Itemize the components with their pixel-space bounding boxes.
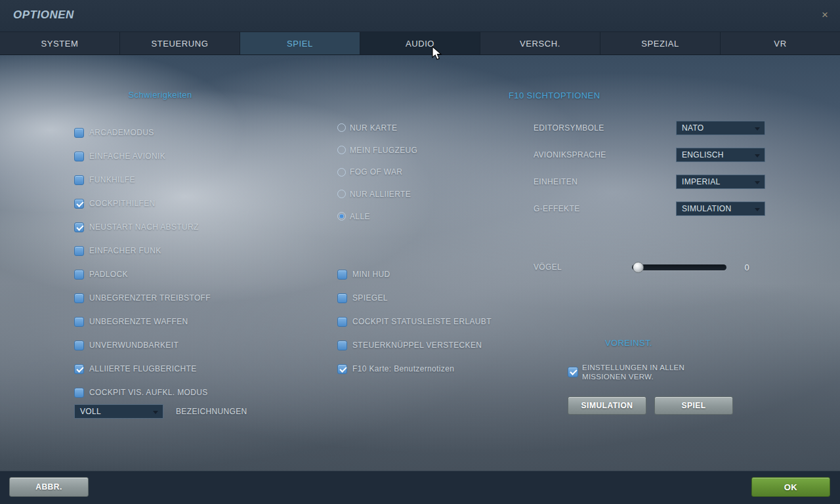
apply-to-all-missions-checkbox-row[interactable]: EINSTELLUNGEN IN ALLEN MISSIONEN VERW.: [568, 363, 684, 381]
view-options-list: MINI HUD SPIEGEL COCKPIT STATUSLEISTE ER…: [337, 262, 492, 381]
checkbox-row-alliierte-flugberichte[interactable]: ALLIIERTE FLUGBERICHTE: [74, 357, 211, 381]
g-effekte-dropdown[interactable]: SIMULATION: [676, 201, 765, 216]
tab-spezial[interactable]: SPEZIAL: [600, 32, 720, 54]
checkbox[interactable]: [74, 222, 84, 232]
radio-row-nur-karte[interactable]: NUR KARTE: [337, 117, 417, 139]
checkbox-label: UNBEGRENZTE WAFFEN: [89, 317, 188, 326]
checkbox-row-funkhilfe[interactable]: FUNKHILFE: [74, 168, 211, 192]
checkbox[interactable]: [337, 341, 347, 350]
checkbox-label: EINSTELLUNGEN IN ALLEN MISSIONEN VERW.: [582, 363, 684, 381]
tab-vr[interactable]: VR: [720, 32, 840, 54]
checkbox-row-spiegel[interactable]: SPIEGEL: [337, 286, 492, 310]
checkbox-label-line1: EINSTELLUNGEN IN ALLEN: [582, 364, 684, 371]
checkbox-label-line2: MISSIONEN VERW.: [582, 373, 654, 381]
labels-dropdown[interactable]: VOLL: [74, 404, 163, 419]
checkbox-row-cockpithilfen[interactable]: COCKPITHILFEN: [74, 192, 211, 215]
cancel-button[interactable]: ABBR.: [9, 477, 89, 497]
birds-row: VÖGEL 0: [534, 260, 762, 274]
radio-label: NUR ALLIIERTE: [350, 190, 411, 199]
checkbox-label: UNBEGRENZTER TREIBSTOFF: [89, 293, 211, 303]
radio-row-alle[interactable]: ALLE: [337, 205, 417, 228]
dropdown-value: SIMULATION: [682, 204, 731, 213]
footer-bar: ABBR. OK: [0, 471, 840, 504]
slider-track[interactable]: [632, 264, 726, 270]
checkbox[interactable]: [74, 341, 84, 350]
window-title: OPTIONEN: [13, 9, 74, 22]
select-label: EINHEITEN: [534, 177, 676, 186]
checkbox[interactable]: [337, 364, 347, 374]
checkbox-row-steuerknueppel-verstecken[interactable]: STEUERKNÜPPEL VERSTECKEN: [337, 333, 492, 357]
radio-button[interactable]: [337, 168, 346, 177]
editorsymbole-dropdown[interactable]: NATO: [676, 121, 765, 135]
select-label: G-EFFEKTE: [534, 204, 676, 213]
ok-button[interactable]: OK: [751, 477, 830, 497]
checkbox-row-einfache-avionik[interactable]: EINFACHE AVIONIK: [74, 144, 211, 168]
select-row-avioniksprache: AVIONIKSPRACHE ENGLISCH: [534, 148, 765, 162]
birds-slider[interactable]: [632, 260, 726, 274]
checkbox-row-einfacher-funk[interactable]: EINFACHER FUNK: [74, 239, 211, 262]
checkbox-row-cockpit-vis-aufkl-modus[interactable]: COCKPIT VIS. AUFKL. MODUS: [74, 381, 211, 404]
close-icon[interactable]: ×: [818, 9, 831, 22]
checkbox[interactable]: [74, 152, 84, 161]
checkbox[interactable]: [74, 364, 84, 374]
checkbox-row-f10-karte-benutzernotizen[interactable]: F10 Karte: Benutzernotizen: [337, 357, 492, 381]
checkbox[interactable]: [337, 293, 347, 303]
tab-versch[interactable]: VERSCH.: [480, 32, 600, 54]
checkbox-row-unverwundbarkeit[interactable]: UNVERWUNDBARKEIT: [74, 333, 211, 357]
difficulties-heading: Schwierigkeiten: [74, 90, 246, 100]
checkbox-label: STEUERKNÜPPEL VERSTECKEN: [352, 341, 482, 350]
checkbox-label: COCKPIT VIS. AUFKL. MODUS: [89, 388, 208, 397]
checkbox-row-neustart-nach-absturz[interactable]: NEUSTART NACH ABSTURZ: [74, 215, 211, 239]
slider-knob[interactable]: [633, 262, 644, 273]
labels-dropdown-row: VOLL BEZEICHNUNGEN: [74, 404, 247, 419]
checkbox-label: UNVERWUNDBARKEIT: [89, 341, 178, 350]
tab-steuerung[interactable]: STEUERUNG: [119, 32, 240, 54]
checkbox[interactable]: [74, 388, 84, 398]
checkbox[interactable]: [337, 317, 347, 327]
tab-system[interactable]: SYSTEM: [0, 32, 119, 54]
checkbox[interactable]: [74, 128, 84, 138]
select-label: AVIONIKSPRACHE: [534, 150, 676, 159]
checkbox[interactable]: [74, 270, 84, 280]
checkbox-row-arcademodus[interactable]: ARCADEMODUS: [74, 121, 211, 144]
labels-dropdown-value: VOLL: [80, 407, 101, 416]
select-row-einheiten: EINHEITEN IMPERIAL: [534, 175, 765, 189]
checkbox-row-padlock[interactable]: PADLOCK: [74, 262, 211, 286]
tab-audio[interactable]: AUDIO: [360, 32, 480, 54]
checkbox-row-unbegrenzte-waffen[interactable]: UNBEGRENZTE WAFFEN: [74, 310, 211, 333]
radio-label: ALLE: [350, 212, 370, 221]
tab-spiel[interactable]: SPIEL: [240, 32, 360, 54]
checkbox[interactable]: [74, 293, 84, 303]
radio-button[interactable]: [337, 190, 346, 198]
radio-row-nur-alliierte[interactable]: NUR ALLIIERTE: [337, 183, 417, 205]
einheiten-dropdown[interactable]: IMPERIAL: [676, 175, 765, 189]
checkbox-row-cockpit-statusleiste[interactable]: COCKPIT STATUSLEISTE ERLAUBT: [337, 310, 492, 333]
map-filter-group: NUR KARTE MEIN FLUGZEUG FOG OF WAR NUR A…: [337, 117, 417, 227]
f10-options-heading: F10 SICHTOPTIONEN: [509, 91, 600, 100]
checkbox-row-unbegrenzter-treibstoff[interactable]: UNBEGRENZTER TREIBSTOFF: [74, 286, 211, 310]
preset-spiel-button[interactable]: SPIEL: [654, 396, 733, 415]
preset-simulation-button[interactable]: SIMULATION: [568, 396, 646, 415]
checkbox[interactable]: [74, 317, 84, 327]
checkbox-label: ARCADEMODUS: [89, 128, 154, 137]
radio-button[interactable]: [337, 146, 346, 154]
checkbox[interactable]: [337, 270, 347, 280]
dropdown-value: NATO: [682, 123, 704, 133]
radio-row-fog-of-war[interactable]: FOG OF WAR: [337, 161, 417, 183]
checkbox[interactable]: [74, 175, 84, 185]
f10-select-rows: EDITORSYMBOLE NATO AVIONIKSPRACHE ENGLIS…: [534, 121, 765, 228]
checkbox[interactable]: [568, 367, 578, 377]
radio-button[interactable]: [337, 212, 346, 220]
avioniksprache-dropdown[interactable]: ENGLISCH: [676, 148, 765, 162]
difficulties-list: ARCADEMODUS EINFACHE AVIONIK FUNKHILFE C…: [74, 121, 211, 404]
radio-row-mein-flugzeug[interactable]: MEIN FLUGZEUG: [337, 139, 417, 161]
checkbox[interactable]: [74, 199, 84, 209]
checkbox[interactable]: [74, 246, 84, 256]
select-label: EDITORSYMBOLE: [534, 123, 676, 133]
checkbox-label: NEUSTART NACH ABSTURZ: [89, 222, 199, 232]
radio-label: NUR KARTE: [350, 123, 397, 133]
options-window: OPTIONEN × SYSTEM STEUERUNG SPIEL AUDIO …: [0, 0, 840, 504]
checkbox-row-mini-hud[interactable]: MINI HUD: [337, 262, 492, 286]
select-row-editorsymbole: EDITORSYMBOLE NATO: [534, 121, 765, 135]
radio-button[interactable]: [337, 123, 346, 132]
